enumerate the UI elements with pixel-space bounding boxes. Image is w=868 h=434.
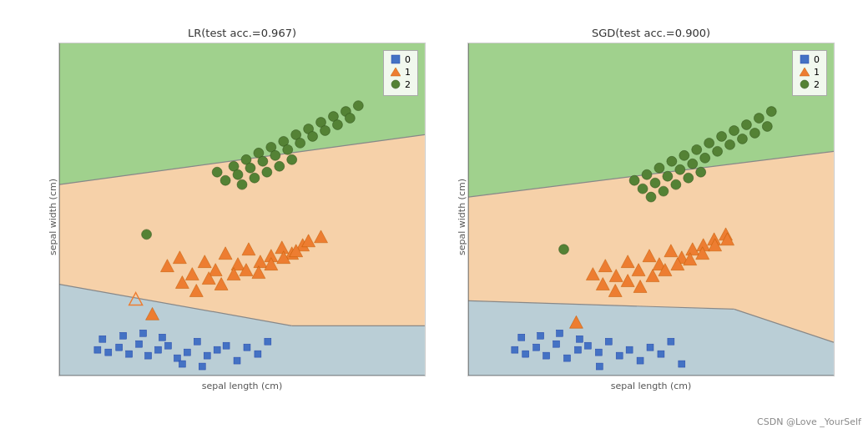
chart-sgd: SGD(test acc.=0.900) sepal width (cm) (467, 27, 835, 391)
legend-item-1: 1 (391, 67, 411, 78)
svg-rect-108 (626, 346, 633, 353)
svg-rect-25 (120, 332, 127, 339)
svg-rect-29 (199, 363, 205, 370)
legend-item-sgd-2: 2 (800, 79, 820, 90)
svg-marker-176 (800, 68, 810, 76)
legend-circle-icon (391, 79, 401, 89)
chart-sgd-x-label: sepal length (cm) (467, 381, 835, 391)
svg-point-146 (654, 163, 664, 173)
svg-rect-118 (596, 363, 603, 370)
svg-rect-17 (204, 352, 210, 359)
svg-point-149 (692, 144, 702, 154)
svg-rect-112 (668, 338, 674, 345)
svg-rect-18 (214, 346, 220, 353)
svg-rect-24 (99, 336, 106, 342)
svg-point-76 (308, 131, 318, 141)
svg-point-72 (258, 156, 268, 166)
chart-sgd-area: 0 1 2 (467, 43, 835, 376)
svg-rect-98 (522, 351, 529, 357)
chart-sgd-svg (468, 43, 834, 376)
svg-point-75 (295, 138, 305, 148)
svg-rect-111 (658, 351, 664, 357)
chart-lr-y-label: sepal width (cm) (48, 179, 58, 255)
svg-point-84 (287, 154, 297, 164)
svg-point-177 (800, 80, 809, 88)
svg-rect-28 (179, 361, 185, 367)
svg-point-79 (345, 113, 355, 123)
svg-point-171 (696, 167, 706, 177)
svg-point-144 (629, 175, 639, 185)
svg-point-163 (725, 139, 735, 149)
svg-rect-13 (164, 342, 171, 349)
svg-rect-16 (194, 338, 200, 345)
svg-rect-105 (595, 349, 602, 356)
svg-rect-104 (584, 342, 591, 349)
svg-point-164 (737, 134, 747, 144)
svg-point-152 (729, 125, 739, 135)
chart-lr-legend: 0 1 2 (383, 50, 418, 96)
svg-rect-10 (136, 341, 143, 347)
svg-point-82 (262, 167, 272, 177)
svg-point-168 (659, 186, 669, 196)
svg-rect-102 (564, 355, 571, 361)
legend-label-2: 2 (405, 79, 411, 90)
svg-point-145 (642, 169, 652, 179)
svg-rect-109 (637, 357, 643, 364)
svg-point-155 (766, 106, 776, 116)
svg-rect-115 (537, 332, 544, 339)
svg-rect-11 (145, 352, 152, 359)
svg-point-169 (671, 179, 681, 189)
svg-point-80 (237, 179, 247, 189)
legend-item-sgd-1: 1 (800, 67, 820, 78)
svg-rect-7 (105, 349, 112, 356)
svg-rect-88 (391, 55, 400, 63)
chart-lr-area: 0 1 2 (58, 43, 426, 376)
svg-rect-15 (184, 349, 190, 356)
svg-rect-175 (800, 55, 809, 63)
svg-rect-6 (94, 346, 101, 353)
legend-square-icon-sgd (800, 54, 810, 64)
svg-point-71 (245, 163, 255, 173)
svg-point-156 (638, 184, 648, 194)
svg-point-172 (559, 244, 569, 254)
chart-lr-x-label: sepal length (cm) (58, 381, 426, 391)
legend-label-0: 0 (405, 54, 411, 65)
svg-point-57 (212, 167, 222, 177)
svg-rect-116 (557, 330, 563, 336)
svg-rect-114 (518, 334, 525, 341)
legend-item-0: 0 (391, 54, 411, 65)
svg-rect-97 (512, 346, 518, 353)
chart-sgd-y-label: sepal width (cm) (457, 179, 467, 255)
chart-sgd-title: SGD(test acc.=0.900) (592, 27, 710, 39)
svg-point-151 (717, 131, 727, 141)
svg-point-81 (250, 173, 260, 183)
chart-lr-svg (59, 43, 425, 376)
chart-lr: LR(test acc.=0.967) sepal width (cm) (58, 27, 426, 391)
svg-rect-117 (576, 336, 583, 342)
svg-rect-26 (140, 330, 147, 336)
svg-point-170 (684, 173, 694, 183)
svg-point-148 (679, 150, 689, 160)
svg-rect-113 (679, 361, 685, 367)
legend-label-1: 1 (405, 67, 411, 78)
legend-triangle-icon (391, 67, 401, 77)
svg-point-90 (391, 80, 400, 88)
svg-rect-20 (234, 357, 240, 364)
svg-point-73 (270, 150, 280, 160)
chart-sgd-legend: 0 1 2 (792, 50, 827, 96)
svg-point-78 (332, 119, 342, 129)
svg-point-165 (749, 128, 760, 138)
legend-triangle-icon-sgd (800, 67, 810, 77)
svg-rect-99 (533, 344, 540, 351)
svg-rect-100 (543, 352, 550, 359)
legend-item-sgd-0: 0 (800, 54, 820, 65)
svg-point-162 (713, 146, 723, 156)
svg-point-161 (700, 153, 710, 163)
svg-point-167 (646, 192, 656, 202)
svg-rect-22 (255, 351, 261, 357)
svg-rect-12 (155, 346, 162, 353)
svg-rect-8 (116, 344, 123, 351)
svg-rect-103 (574, 346, 581, 353)
svg-point-153 (741, 119, 751, 129)
svg-point-159 (675, 164, 685, 174)
